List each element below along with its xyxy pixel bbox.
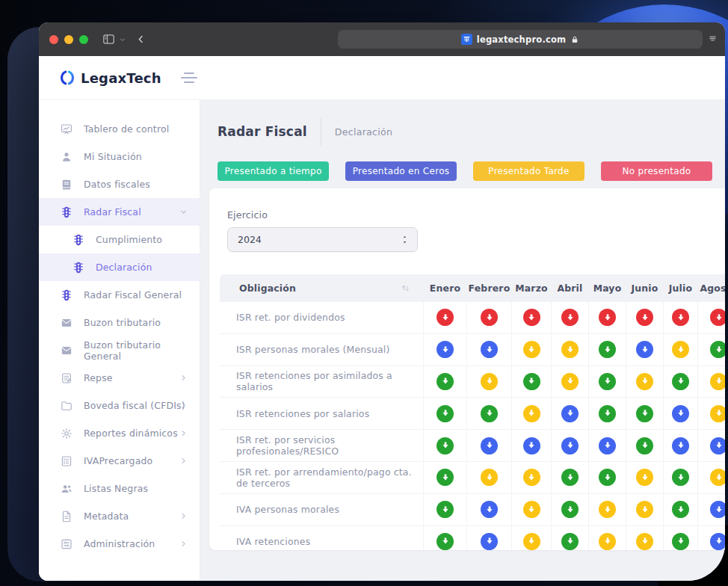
status-late-download-icon[interactable] bbox=[672, 341, 689, 358]
status-none-download-icon[interactable] bbox=[599, 309, 616, 326]
status-late-download-icon[interactable] bbox=[561, 341, 579, 358]
status-late-download-icon[interactable] bbox=[710, 469, 725, 486]
status-ontime-download-icon[interactable] bbox=[672, 501, 689, 518]
sidebar-item-cumplimiento[interactable]: Cumplimiento bbox=[39, 226, 200, 253]
status-zeros-download-icon[interactable] bbox=[672, 405, 689, 422]
status-zeros-download-icon[interactable] bbox=[710, 533, 725, 550]
url-bar[interactable]: legaxtechpro.com bbox=[338, 30, 703, 49]
sidebar-item-reportes-dinamicos[interactable]: Reportes dinámicos bbox=[39, 419, 200, 447]
exercise-select[interactable]: 2024 bbox=[227, 227, 418, 252]
back-button-icon[interactable] bbox=[135, 34, 146, 45]
close-window-button[interactable] bbox=[49, 35, 58, 44]
status-cell bbox=[423, 430, 466, 461]
status-late-download-icon[interactable] bbox=[636, 533, 653, 550]
status-none-download-icon[interactable] bbox=[437, 309, 454, 326]
status-zeros-download-icon[interactable] bbox=[561, 437, 579, 454]
status-ontime-download-icon[interactable] bbox=[481, 405, 498, 422]
tab-overview-icon[interactable] bbox=[706, 32, 719, 48]
sidebar-item-radar-fiscal-general[interactable]: Radar Fiscal General bbox=[39, 281, 200, 309]
status-zeros-download-icon[interactable] bbox=[481, 501, 498, 518]
status-late-download-icon[interactable] bbox=[523, 533, 540, 550]
status-ontime-download-icon[interactable] bbox=[437, 533, 454, 550]
sidebar-item-label: Radar Fiscal bbox=[84, 206, 141, 218]
status-ontime-download-icon[interactable] bbox=[599, 341, 616, 358]
sidebar-item-tablero-de-control[interactable]: Tablero de control bbox=[39, 115, 200, 143]
sidebar-item-declaracion[interactable]: Declaración bbox=[39, 253, 200, 281]
status-ontime-download-icon[interactable] bbox=[672, 373, 689, 390]
status-ontime-download-icon[interactable] bbox=[672, 469, 689, 486]
status-zeros-download-icon[interactable] bbox=[437, 341, 454, 358]
status-zeros-download-icon[interactable] bbox=[481, 437, 498, 454]
status-late-download-icon[interactable] bbox=[636, 469, 653, 486]
status-ontime-download-icon[interactable] bbox=[437, 437, 454, 454]
status-none-download-icon[interactable] bbox=[672, 309, 689, 326]
status-ontime-download-icon[interactable] bbox=[561, 533, 579, 550]
status-zeros-download-icon[interactable] bbox=[710, 501, 725, 518]
status-ontime-download-icon[interactable] bbox=[561, 501, 579, 518]
status-zeros-download-icon[interactable] bbox=[672, 437, 689, 454]
sidebar-item-boveda-fiscal-cfdis[interactable]: Boveda fiscal (CFDIs) bbox=[39, 392, 200, 419]
status-ontime-download-icon[interactable] bbox=[636, 405, 653, 422]
status-late-download-icon[interactable] bbox=[599, 533, 616, 550]
status-late-download-icon[interactable] bbox=[523, 501, 540, 518]
sidebar-item-buzon-tributario-general[interactable]: Buzon tributario General bbox=[39, 336, 200, 364]
status-ontime-download-icon[interactable] bbox=[599, 373, 616, 390]
minimize-window-button[interactable] bbox=[64, 35, 73, 44]
status-zeros-download-icon[interactable] bbox=[636, 341, 653, 358]
status-late-download-icon[interactable] bbox=[481, 469, 498, 486]
status-late-download-icon[interactable] bbox=[561, 373, 579, 390]
status-ontime-download-icon[interactable] bbox=[672, 533, 689, 550]
status-late-download-icon[interactable] bbox=[523, 341, 540, 358]
status-late-download-icon[interactable] bbox=[710, 373, 725, 390]
status-ontime-download-icon[interactable] bbox=[599, 405, 616, 422]
app-logo[interactable]: LegaxTech bbox=[58, 69, 161, 87]
sidebar-item-administracion[interactable]: Administración bbox=[39, 530, 200, 558]
legend-chip-presentado-en-ceros[interactable]: Presentado en Ceros bbox=[345, 161, 457, 181]
sidebar-item-radar-fiscal[interactable]: Radar Fiscal bbox=[39, 198, 200, 226]
status-zeros-download-icon[interactable] bbox=[523, 437, 540, 454]
sidebar-toggle-icon[interactable] bbox=[102, 32, 116, 46]
fullscreen-window-button[interactable] bbox=[79, 35, 88, 44]
legend-chip-no-presentado[interactable]: No presentado bbox=[601, 161, 712, 181]
sidebar-item-buzon-tributario[interactable]: Buzon tributario bbox=[39, 309, 200, 336]
status-ontime-download-icon[interactable] bbox=[710, 341, 725, 358]
status-zeros-download-icon[interactable] bbox=[561, 405, 579, 422]
sidebar-item-listas-negras[interactable]: Listas Negras bbox=[39, 475, 200, 502]
status-late-download-icon[interactable] bbox=[599, 501, 616, 518]
status-none-download-icon[interactable] bbox=[481, 309, 498, 326]
status-zeros-download-icon[interactable] bbox=[481, 533, 498, 550]
status-late-download-icon[interactable] bbox=[710, 405, 725, 422]
status-late-download-icon[interactable] bbox=[481, 373, 498, 390]
sort-icon[interactable] bbox=[400, 283, 411, 294]
status-zeros-download-icon[interactable] bbox=[481, 341, 498, 358]
status-zeros-download-icon[interactable] bbox=[710, 437, 725, 454]
legend-chip-presentado-tarde[interactable]: Presentado Tarde bbox=[473, 161, 584, 181]
status-ontime-download-icon[interactable] bbox=[636, 437, 653, 454]
legend-chip-presentado-a-tiempo[interactable]: Presentado a tiempo bbox=[218, 161, 329, 181]
status-none-download-icon[interactable] bbox=[523, 309, 540, 326]
status-none-download-icon[interactable] bbox=[710, 309, 725, 326]
status-ontime-download-icon[interactable] bbox=[523, 373, 540, 390]
status-ontime-download-icon[interactable] bbox=[599, 469, 616, 486]
menu-toggle-icon[interactable] bbox=[181, 73, 197, 83]
status-ontime-download-icon[interactable] bbox=[437, 373, 454, 390]
sidebar-item-mi-situacion[interactable]: Mi Situación bbox=[39, 143, 200, 170]
status-ontime-download-icon[interactable] bbox=[437, 469, 454, 486]
status-zeros-download-icon[interactable] bbox=[599, 437, 616, 454]
status-late-download-icon[interactable] bbox=[523, 469, 540, 486]
status-none-download-icon[interactable] bbox=[561, 309, 579, 326]
column-header-obligacion[interactable]: Obligación bbox=[220, 274, 423, 302]
sidebar-item-metadata[interactable]: Metadata bbox=[39, 502, 200, 530]
status-ontime-download-icon[interactable] bbox=[437, 501, 454, 518]
sidebar-item-datos-fiscales[interactable]: Datos fiscales bbox=[39, 170, 200, 198]
status-ontime-download-icon[interactable] bbox=[437, 405, 454, 422]
sidebar-item-repse[interactable]: Repse bbox=[39, 364, 200, 392]
status-ontime-download-icon[interactable] bbox=[561, 469, 579, 486]
status-late-download-icon[interactable] bbox=[636, 501, 653, 518]
chevron-down-icon[interactable] bbox=[119, 36, 126, 43]
status-late-download-icon[interactable] bbox=[523, 405, 540, 422]
traffic-light-icon bbox=[72, 233, 85, 247]
sidebar-item-ivaprecargado[interactable]: IVAPrecargado bbox=[39, 447, 200, 475]
status-none-download-icon[interactable] bbox=[636, 309, 653, 326]
status-late-download-icon[interactable] bbox=[636, 373, 653, 390]
